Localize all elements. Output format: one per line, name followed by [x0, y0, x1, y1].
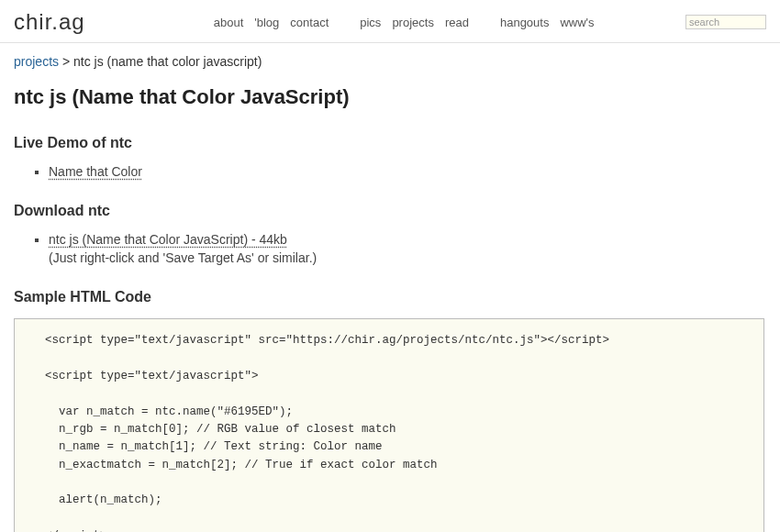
site-logo[interactable]: chir.ag — [14, 9, 85, 35]
code-block: <script type="text/javascript" src="http… — [14, 318, 764, 532]
header: chir.ag about 'blog contact pics project… — [0, 0, 780, 43]
nav-pics[interactable]: pics — [360, 16, 381, 29]
nav-group-3: hangouts www's — [500, 16, 595, 29]
nav-group-1: about 'blog contact — [214, 16, 329, 29]
nav-about[interactable]: about — [214, 16, 244, 29]
download-link[interactable]: ntc js (Name that Color JavaScript) - 44… — [49, 232, 287, 247]
breadcrumb: projects > ntc js (name that color javas… — [14, 54, 766, 69]
download-heading: Download ntc — [14, 203, 766, 219]
main-nav: about 'blog contact pics projects read h… — [214, 16, 685, 29]
nav-hangouts[interactable]: hangouts — [500, 16, 550, 29]
download-list: ntc js (Name that Color JavaScript) - 44… — [49, 232, 766, 265]
breadcrumb-current: ntc js (name that color javascript) — [73, 54, 262, 69]
list-item: Name that Color — [49, 164, 766, 179]
nav-wwws[interactable]: www's — [560, 16, 594, 29]
page-title: ntc js (Name that Color JavaScript) — [14, 85, 766, 109]
breadcrumb-projects-link[interactable]: projects — [14, 54, 59, 69]
breadcrumb-sep: > — [59, 54, 73, 69]
nav-blog[interactable]: 'blog — [254, 16, 279, 29]
download-note: (Just right-click and 'Save Target As' o… — [49, 250, 766, 265]
nav-projects[interactable]: projects — [392, 16, 434, 29]
nav-contact[interactable]: contact — [290, 16, 329, 29]
search-input[interactable] — [685, 15, 766, 29]
demo-list: Name that Color — [49, 164, 766, 179]
demo-link[interactable]: Name that Color — [49, 164, 142, 179]
list-item: ntc js (Name that Color JavaScript) - 44… — [49, 232, 766, 265]
nav-group-2: pics projects read — [360, 16, 469, 29]
nav-read[interactable]: read — [445, 16, 469, 29]
content: projects > ntc js (name that color javas… — [0, 43, 780, 532]
sample-heading: Sample HTML Code — [14, 289, 766, 305]
demo-heading: Live Demo of ntc — [14, 135, 766, 151]
